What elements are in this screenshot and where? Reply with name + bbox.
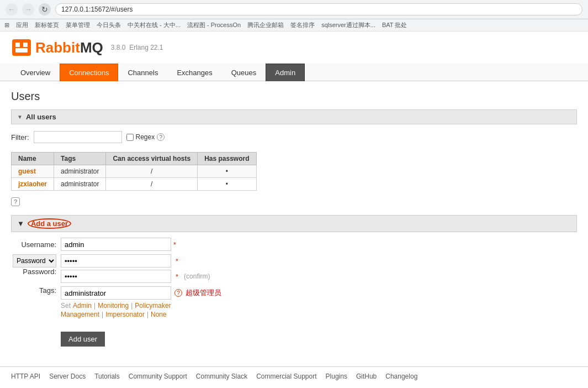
svg-rect-3 — [15, 48, 28, 53]
col-tags: Tags — [54, 153, 106, 165]
footer-link[interactable]: Server Docs — [49, 373, 86, 380]
password-inputs: * * (confirm) — [61, 254, 210, 283]
table-help-icon[interactable]: ? — [11, 197, 20, 206]
tag-impersonator[interactable]: Impersonator — [105, 311, 145, 318]
footer-link[interactable]: HTTP API — [11, 373, 40, 380]
page-title: Users — [11, 90, 577, 103]
main-content: Users ▼ All users Filter: Regex ? Name T… — [0, 81, 588, 355]
logo-rabbit: Rabbit — [35, 39, 80, 56]
col-virtual-hosts: Can access virtual hosts — [106, 153, 198, 165]
add-user-button[interactable]: Add user — [61, 332, 105, 347]
footer-link[interactable]: GitHub — [356, 373, 377, 380]
user-name-cell[interactable]: guest — [12, 165, 54, 178]
username-input[interactable] — [61, 238, 171, 251]
forward-button[interactable]: → — [22, 3, 34, 15]
tag-monitoring[interactable]: Monitoring — [98, 302, 129, 310]
tags-input[interactable] — [61, 286, 171, 300]
user-name-link[interactable]: jzxiaoher — [18, 180, 47, 188]
all-users-arrow: ▼ — [17, 114, 23, 120]
filter-row: Filter: Regex ? — [11, 129, 577, 145]
password-label: Password: — [11, 268, 61, 276]
add-user-section-header[interactable]: ▼ Add a user — [11, 215, 577, 232]
bookmarks-apps: ⊞ — [4, 22, 9, 29]
tab-overview[interactable]: Overview — [11, 64, 60, 81]
version-info: 3.8.0 Erlang 22.1 — [111, 44, 163, 51]
users-table-head: Name Tags Can access virtual hosts Has p… — [12, 153, 257, 165]
svg-rect-1 — [15, 43, 20, 47]
logo-mq: MQ — [80, 39, 103, 56]
refresh-button[interactable]: ↻ — [39, 3, 51, 15]
regex-check: Regex ? — [126, 133, 165, 141]
footer-link[interactable]: Community Support — [129, 373, 187, 380]
logo-area: RabbitMQ 3.8.0 Erlang 22.1 — [11, 38, 163, 57]
bookmark-1[interactable]: 新标签页 — [35, 21, 59, 29]
password-input[interactable] — [61, 254, 171, 268]
set-row-2: Management | Impersonator | None — [61, 311, 577, 318]
user-name-link[interactable]: guest — [18, 167, 36, 175]
app-header: RabbitMQ 3.8.0 Erlang 22.1 — [0, 32, 588, 64]
tags-input-area: ? 超级管理员 — [61, 286, 221, 300]
password-row: Password Password: * * (confirm) — [11, 254, 577, 283]
footer-link[interactable]: Plugins — [326, 373, 347, 380]
add-user-section: ▼ Add a user Username: * Password Passwo… — [11, 215, 577, 347]
bookmark-3[interactable]: 今日头条 — [97, 21, 121, 29]
nav-tabs: Overview Connections Channels Exchanges … — [0, 64, 588, 81]
browser-bar: ← → ↻ 127.0.0.1:15672/#/users — [0, 0, 588, 19]
logo-text: RabbitMQ — [35, 39, 103, 56]
table-row[interactable]: jzxiaoher administrator / • — [12, 178, 257, 191]
regex-checkbox[interactable] — [126, 134, 134, 141]
back-button[interactable]: ← — [6, 3, 18, 15]
tag-policymaker[interactable]: Policymaker — [135, 302, 171, 310]
tab-channels[interactable]: Channels — [118, 64, 167, 81]
set-label: Set — [61, 302, 71, 310]
col-name: Name — [12, 153, 54, 165]
set-row: Set Admin | Monitoring | Policymaker — [61, 302, 577, 310]
bookmark-5[interactable]: 流程图 - ProcessOn — [187, 21, 241, 29]
footer-link[interactable]: Community Slack — [196, 373, 247, 380]
bookmark-2[interactable]: 菜单管理 — [66, 21, 90, 29]
username-required: * — [173, 240, 176, 249]
tags-help-icon[interactable]: ? — [174, 289, 182, 297]
filter-input[interactable] — [34, 131, 122, 143]
tab-connections[interactable]: Connections — [60, 64, 118, 81]
bookmark-0[interactable]: 应用 — [16, 21, 28, 29]
address-bar[interactable]: 127.0.0.1:15672/#/users — [55, 3, 582, 15]
footer-link[interactable]: Changelog — [385, 373, 417, 380]
footer-link[interactable]: Commercial Support — [256, 373, 316, 380]
password-confirm-input[interactable] — [61, 270, 171, 283]
add-user-oval: Add a user — [28, 218, 71, 229]
user-password-cell: • — [198, 165, 256, 178]
users-table-body: guest administrator / • jzxiaoher admini… — [12, 165, 257, 191]
users-table: Name Tags Can access virtual hosts Has p… — [11, 152, 257, 191]
bookmark-9[interactable]: BAT 批处 — [382, 21, 407, 29]
svg-rect-0 — [12, 39, 31, 56]
tag-management[interactable]: Management — [61, 311, 99, 318]
rabbitmq-logo-icon — [11, 38, 32, 57]
tags-label: Tags: — [11, 286, 61, 295]
tag-none[interactable]: None — [151, 311, 167, 318]
tag-admin[interactable]: Admin — [73, 302, 92, 310]
bookmark-6[interactable]: 腾讯企业邮箱 — [247, 21, 284, 29]
bookmark-8[interactable]: sqlserver通过脚本... — [321, 21, 375, 29]
table-row[interactable]: guest administrator / • — [12, 165, 257, 178]
tab-exchanges[interactable]: Exchanges — [167, 64, 221, 81]
footer-link[interactable]: Tutorials — [94, 373, 120, 380]
filter-help-icon[interactable]: ? — [157, 133, 165, 141]
bookmark-7[interactable]: 签名排序 — [290, 21, 315, 29]
tab-admin[interactable]: Admin — [266, 64, 305, 81]
username-row: Username: * — [11, 238, 577, 251]
all-users-section-header[interactable]: ▼ All users — [11, 109, 577, 124]
user-vhosts-cell: / — [106, 165, 198, 178]
bookmark-4[interactable]: 中关村在线 - 大中... — [128, 21, 181, 29]
user-password-cell: • — [198, 178, 256, 191]
filter-label: Filter: — [11, 133, 29, 141]
svg-rect-2 — [23, 43, 28, 47]
confirm-text: (confirm) — [184, 272, 210, 280]
password-select[interactable]: Password — [13, 254, 56, 268]
user-name-cell[interactable]: jzxiaoher — [12, 178, 54, 191]
tab-queues[interactable]: Queues — [222, 64, 266, 81]
footer: HTTP APIServer DocsTutorialsCommunity Su… — [0, 366, 588, 386]
user-tags-cell: administrator — [54, 178, 106, 191]
bookmarks-bar: ⊞ 应用 新标签页 菜单管理 今日头条 中关村在线 - 大中... 流程图 - … — [0, 19, 588, 32]
table-help-block: ? — [11, 195, 577, 206]
